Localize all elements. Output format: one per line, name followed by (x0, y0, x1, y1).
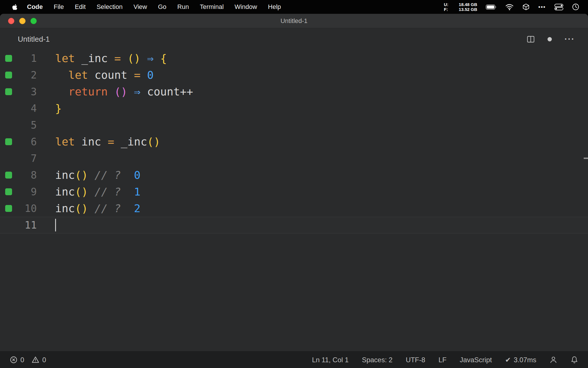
code-text (55, 219, 56, 231)
zoom-button[interactable] (30, 18, 37, 24)
window-title: Untitled-1 (281, 17, 307, 25)
problems-warnings[interactable]: 0 (32, 356, 46, 364)
battery-status[interactable] (486, 4, 497, 10)
coverage-gutter (0, 205, 14, 212)
code-line[interactable]: 8inc() // ? 0 (0, 167, 588, 183)
encoding[interactable]: UTF-8 (406, 356, 425, 364)
minimize-button[interactable] (19, 18, 26, 24)
code-line[interactable]: 6let inc = _inc() (0, 133, 588, 150)
menu-item-code[interactable]: Code (22, 3, 48, 11)
menu-item-view[interactable]: View (128, 3, 152, 11)
code-token: { (160, 52, 167, 65)
modified-indicator-dot[interactable] (548, 37, 552, 41)
titlebar[interactable]: Untitled-1 (0, 14, 588, 28)
eol-sequence[interactable]: LF (438, 356, 446, 364)
code-line[interactable]: 5 (0, 117, 588, 133)
coverage-indicator (5, 55, 12, 62)
menu-item-terminal[interactable]: Terminal (194, 3, 229, 11)
menu-item-file[interactable]: File (48, 3, 69, 11)
code-token (55, 85, 68, 98)
code-token: () (75, 169, 88, 181)
code-line[interactable]: 3 return () ⇒ count++ (0, 83, 588, 100)
coverage-indicator (5, 188, 12, 195)
line-number[interactable]: 2 (14, 69, 37, 81)
code-token (140, 52, 147, 65)
perf-time[interactable]: ✔ 3.07ms (505, 356, 536, 364)
code-line[interactable]: 4} (0, 100, 588, 117)
coverage-gutter (0, 88, 14, 95)
code-token (121, 169, 134, 181)
menu-item-go[interactable]: Go (152, 3, 172, 11)
code-line[interactable]: 7 (0, 150, 588, 167)
code-line[interactable]: 2 let count = 0 (0, 67, 588, 83)
language-mode[interactable]: JavaScript (460, 356, 492, 364)
coverage-indicator (5, 88, 12, 95)
wifi-status[interactable] (505, 4, 514, 10)
more-actions-icon[interactable]: ··· (564, 36, 575, 42)
coverage-gutter (0, 188, 14, 195)
code-token: 0 (147, 69, 154, 81)
cube-menu-extra[interactable] (522, 3, 530, 11)
code-text: let inc = _inc() (55, 136, 160, 147)
code-token: 0 (134, 169, 141, 181)
perf-time-value: 3.07ms (514, 356, 536, 364)
code-line[interactable]: 11 (0, 217, 588, 233)
line-number[interactable]: 3 (14, 86, 37, 97)
code-line[interactable]: 1let _inc = () ⇒ { (0, 50, 588, 67)
apple-menu[interactable] (9, 4, 22, 10)
code-token (88, 185, 94, 198)
line-number[interactable]: 10 (14, 203, 37, 214)
line-number[interactable]: 7 (14, 153, 37, 164)
close-button[interactable] (8, 18, 14, 24)
memory-free-label: F: (444, 7, 448, 12)
code-text: let count = 0 (55, 70, 154, 80)
menu-item-run[interactable]: Run (172, 3, 194, 11)
menu-item-edit[interactable]: Edit (69, 3, 91, 11)
clock-icon (572, 3, 579, 11)
menu-item-help[interactable]: Help (262, 3, 286, 11)
code-token: count (140, 85, 180, 98)
code-token: } (55, 102, 62, 115)
cube-icon (522, 3, 530, 11)
line-number[interactable]: 4 (14, 103, 37, 114)
problems-errors[interactable]: 0 (10, 356, 24, 364)
line-number[interactable]: 6 (14, 136, 37, 147)
code-line[interactable]: 10inc() // ? 2 (0, 200, 588, 217)
cursor-position[interactable]: Ln 11, Col 1 (312, 356, 349, 364)
coverage-gutter (0, 172, 14, 179)
memory-readout[interactable]: U: 18.48 GB F: 13.52 GB (444, 2, 477, 12)
code-token: let (68, 69, 88, 81)
code-token: // ? (94, 185, 121, 198)
line-number[interactable]: 5 (14, 119, 37, 131)
errors-icon (10, 356, 18, 364)
code-window: Untitled-1 Untitled-1 ··· 1let _inc = ()… (0, 14, 588, 368)
tab-untitled-1[interactable]: Untitled-1 (18, 35, 50, 44)
menu-item-selection[interactable]: Selection (91, 3, 128, 11)
indentation[interactable]: Spaces: 2 (362, 356, 392, 364)
control-center[interactable] (554, 4, 563, 10)
menubar-ellipsis[interactable]: ••• (538, 4, 546, 10)
clock-menu-extra[interactable] (572, 3, 579, 11)
warnings-icon (32, 356, 39, 364)
line-number[interactable]: 9 (14, 186, 37, 198)
bell-icon (570, 356, 578, 364)
coverage-gutter (0, 55, 14, 62)
code-token: () (127, 52, 141, 65)
code-token (88, 169, 94, 181)
check-icon: ✔ (505, 356, 511, 364)
code-token (121, 202, 134, 215)
menu-item-window[interactable]: Window (229, 3, 262, 11)
code-token: return (68, 85, 108, 98)
code-token (121, 52, 127, 65)
code-token: inc (55, 202, 75, 215)
code-line[interactable]: 9inc() // ? 1 (0, 183, 588, 200)
line-number[interactable]: 1 (14, 53, 37, 64)
notifications-item[interactable] (570, 356, 578, 364)
code-area[interactable]: 1let _inc = () ⇒ {2 let count = 03 retur… (0, 50, 588, 233)
feedback-icon (550, 356, 557, 364)
code-token: = (114, 52, 121, 65)
feedback-item[interactable] (550, 356, 557, 364)
split-editor-icon[interactable] (527, 35, 535, 43)
line-number[interactable]: 11 (14, 219, 37, 231)
line-number[interactable]: 8 (14, 169, 37, 181)
